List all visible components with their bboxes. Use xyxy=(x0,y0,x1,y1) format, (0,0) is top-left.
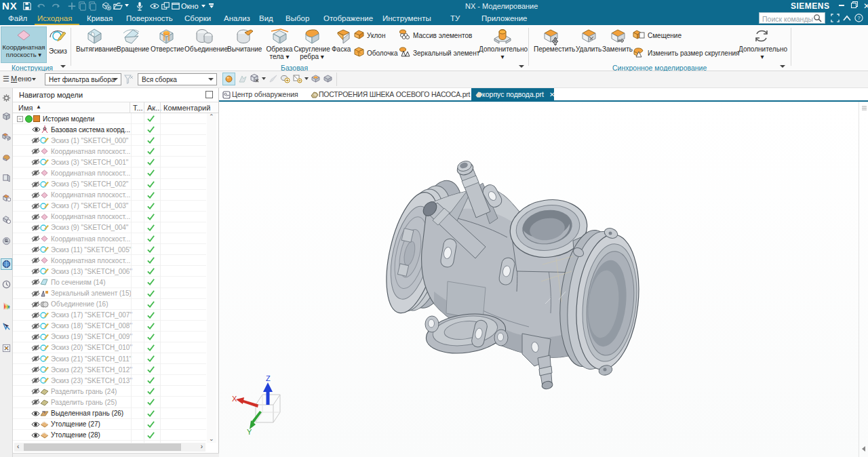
svg-text:Y: Y xyxy=(247,428,252,436)
svg-text:Z: Z xyxy=(266,374,271,382)
svg-text:X: X xyxy=(232,395,237,403)
svg-text:?: ? xyxy=(857,15,860,21)
